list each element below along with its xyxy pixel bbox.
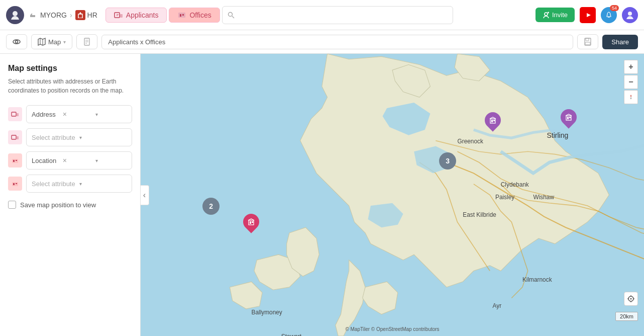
avatar-icon	[625, 11, 634, 20]
address-value: Address	[32, 111, 63, 118]
select-attr-1-arrow[interactable]: ▾	[79, 135, 127, 140]
save-icon	[584, 38, 592, 46]
cluster-marker-2[interactable]: 2	[202, 198, 220, 215]
select-attr-2-arrow[interactable]: ▾	[79, 181, 127, 187]
search-bar[interactable]	[222, 6, 453, 24]
svg-marker-12	[587, 13, 591, 17]
collapse-icon: ‹	[143, 191, 146, 200]
map-label: Map	[48, 38, 61, 46]
locate-button[interactable]	[624, 292, 638, 306]
youtube-button[interactable]	[580, 7, 596, 23]
svg-marker-17	[38, 38, 45, 45]
save-position-label: Save map position to view	[20, 201, 96, 209]
reset-bearing-button[interactable]	[624, 90, 638, 104]
sidebar-description: Select attributes with addresses or Eart…	[8, 77, 132, 95]
map-controls: + −	[624, 60, 638, 104]
search-input[interactable]	[238, 11, 448, 19]
applicants-icon	[114, 12, 123, 19]
svg-text:East Kilbride: East Kilbride	[463, 211, 496, 218]
notifications-button[interactable]: 54	[601, 7, 617, 23]
office-marker-red[interactable]	[243, 214, 259, 233]
svg-rect-25	[586, 38, 589, 41]
document-button[interactable]	[76, 34, 97, 49]
svg-rect-61	[569, 117, 571, 118]
user-avatar[interactable]	[622, 7, 638, 23]
bell-icon	[605, 12, 612, 19]
tab-container: Applicants Offices	[105, 6, 527, 24]
svg-rect-35	[13, 183, 15, 185]
toolbar: Map ▾ Applicants x Offices Share	[0, 30, 644, 54]
office-pin-mauve-2-icon	[565, 114, 572, 121]
office-attr-icon-2	[8, 177, 22, 191]
svg-rect-29	[12, 135, 16, 139]
save-view-button[interactable]	[577, 34, 598, 49]
svg-marker-62	[630, 95, 632, 97]
nav-arrow: ›	[70, 11, 72, 19]
svg-text:Wishaw: Wishaw	[533, 194, 555, 201]
scale-label: 20km	[620, 313, 633, 319]
attr-row-location: Location × ▾	[8, 151, 132, 170]
tab-offices[interactable]: Offices	[169, 8, 220, 23]
svg-rect-60	[567, 117, 569, 119]
save-position-checkbox[interactable]	[8, 201, 16, 209]
attr-row-select-2: Select attribute ▾	[8, 175, 132, 193]
nav-org: MYORG › HR	[29, 10, 97, 20]
office-marker-mauve-2[interactable]	[561, 109, 577, 128]
svg-text:Ayr: Ayr	[493, 302, 502, 309]
sidebar-collapse-button[interactable]: ‹	[141, 185, 149, 205]
cluster-marker-3[interactable]: 3	[439, 152, 456, 170]
attr-row-select-1: Select attribute ▾	[8, 128, 132, 146]
zoom-out-button[interactable]: −	[624, 75, 638, 89]
view-button[interactable]	[6, 34, 27, 49]
tab-applicants-label: Applicants	[126, 11, 159, 19]
map-button[interactable]: Map ▾	[31, 34, 72, 49]
invite-button[interactable]: Invite	[535, 8, 575, 22]
select-attr-2[interactable]: Select attribute ▾	[26, 175, 132, 193]
hr-icon	[75, 10, 85, 20]
svg-rect-55	[252, 221, 253, 223]
svg-text:Ballymoney: Ballymoney	[252, 309, 282, 316]
svg-rect-4	[178, 13, 185, 18]
select-attr-1-placeholder: Select attribute	[32, 134, 79, 141]
share-button[interactable]: Share	[602, 35, 638, 49]
office-pin-mauve-1-icon	[489, 117, 496, 124]
view-title: Applicants x Offices	[101, 35, 573, 49]
svg-rect-58	[493, 120, 495, 121]
svg-point-9	[545, 13, 548, 16]
map-area[interactable]: Stirling Clydebank Paisley Wishaw East K…	[141, 54, 644, 336]
map-dropdown-icon: ▾	[63, 39, 66, 45]
address-select[interactable]: Address × ▾	[26, 105, 132, 123]
select-attr-2-placeholder: Select attribute	[32, 180, 79, 188]
address-clear-button[interactable]: ×	[63, 110, 94, 118]
zoom-in-button[interactable]: +	[624, 60, 638, 74]
offices-icon	[177, 12, 186, 19]
svg-rect-36	[16, 183, 17, 184]
nav-right: Invite 54	[535, 7, 638, 23]
location-dropdown-arrow[interactable]: ▾	[95, 158, 127, 163]
locate-icon	[627, 295, 635, 303]
thumb-icon	[29, 11, 37, 19]
applicant-attr-icon-2	[8, 130, 22, 144]
invite-label: Invite	[552, 11, 568, 19]
hr-badge: HR	[75, 10, 97, 20]
tab-applicants[interactable]: Applicants	[105, 8, 167, 23]
select-attr-1[interactable]: Select attribute ▾	[26, 128, 132, 146]
svg-rect-54	[250, 221, 251, 224]
svg-marker-63	[630, 98, 632, 100]
notification-badge: 54	[610, 5, 619, 11]
location-clear-button[interactable]: ×	[63, 156, 94, 164]
svg-text:Kilmarnock: Kilmarnock	[522, 276, 552, 283]
office-marker-mauve-1[interactable]	[485, 112, 501, 131]
hr-label: HR	[87, 11, 97, 19]
applicant-icon-2	[11, 134, 19, 140]
svg-rect-5	[180, 14, 181, 17]
address-dropdown-arrow[interactable]: ▾	[95, 112, 127, 117]
tab-offices-label: Offices	[189, 11, 211, 19]
org-name: MYORG	[40, 11, 67, 19]
applicant-icon-1	[11, 111, 19, 117]
office-icon-1	[11, 157, 19, 163]
hr-building-icon	[77, 12, 83, 18]
svg-rect-27	[12, 112, 16, 116]
location-select[interactable]: Location × ▾	[26, 151, 132, 170]
document-icon	[83, 38, 91, 46]
